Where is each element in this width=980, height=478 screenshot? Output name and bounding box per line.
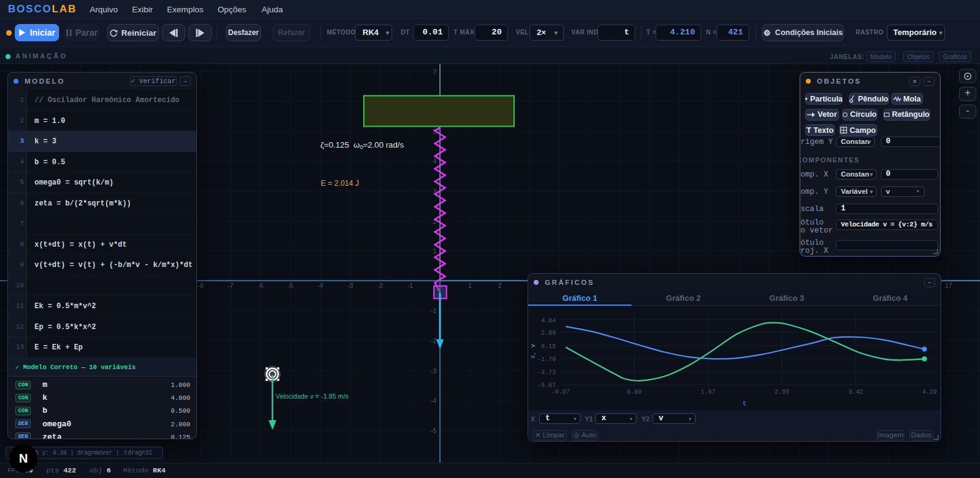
svg-text:-7: -7 [228, 282, 233, 289]
svg-text:ζ=0.125 ω0=2.00 rad/s: ζ=0.125 ω0=2.00 rad/s [321, 140, 404, 150]
svg-text:-4: -4 [431, 397, 436, 404]
svg-text:-6: -6 [257, 282, 263, 289]
svg-text:7: 7 [433, 68, 436, 76]
svg-text:4.84: 4.84 [541, 317, 556, 324]
svg-text:0.15: 0.15 [541, 343, 556, 350]
svg-text:1: 1 [468, 282, 472, 289]
svg-text:-4: -4 [318, 282, 323, 289]
svg-text:17: 17 [945, 282, 952, 289]
svg-text:-3: -3 [431, 367, 436, 375]
svg-text:3.42: 3.42 [848, 389, 863, 396]
svg-text:t: t [742, 400, 747, 407]
svg-text:1: 1 [433, 247, 436, 255]
svg-text:x, v: x, v [530, 344, 537, 359]
svg-text:-1: -1 [431, 307, 436, 314]
svg-text:Velocidade v = -1.85 m/s: Velocidade v = -1.85 m/s [276, 392, 349, 400]
svg-text:-5.67: -5.67 [537, 382, 556, 389]
svg-text:-8: -8 [198, 282, 203, 289]
svg-text:4.29: 4.29 [922, 389, 937, 396]
svg-text:1.67: 1.67 [701, 389, 715, 396]
svg-text:-2: -2 [377, 282, 383, 289]
svg-text:-5: -5 [287, 282, 293, 289]
svg-text:2: 2 [498, 282, 502, 289]
svg-text:-5: -5 [431, 427, 436, 434]
svg-text:-1: -1 [407, 282, 412, 289]
svg-text:-1.79: -1.79 [537, 356, 556, 363]
svg-text:2.55: 2.55 [774, 389, 789, 396]
svg-text:-0.07: -0.07 [551, 389, 569, 396]
svg-text:2.89: 2.89 [541, 330, 556, 337]
svg-text:-2: -2 [431, 337, 436, 345]
svg-text:-3: -3 [347, 282, 353, 289]
svg-text:4: 4 [433, 157, 436, 165]
svg-text:E = 2.014 J: E = 2.014 J [321, 179, 359, 188]
svg-text:-3.73: -3.73 [537, 369, 556, 376]
svg-text:0.80: 0.80 [627, 389, 641, 396]
